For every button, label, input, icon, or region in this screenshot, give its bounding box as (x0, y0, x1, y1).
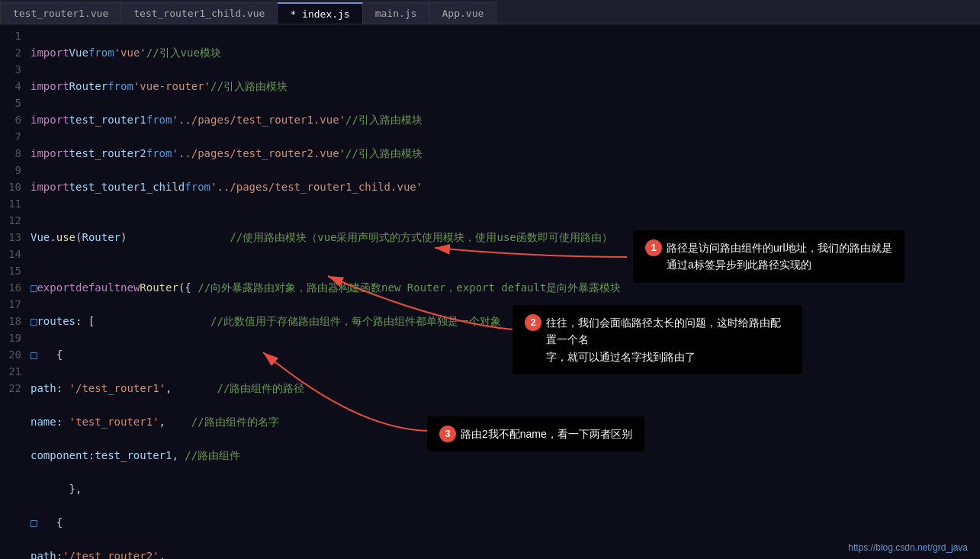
tab-test-router1-child[interactable]: test_router1_child.vue (121, 2, 278, 24)
code-area: 12345 678910 1112131415 1617181920 2122 … (0, 24, 980, 559)
bottom-url: https://blog.csdn.net/grd_java (848, 542, 968, 553)
tab-app-vue[interactable]: App.vue (430, 2, 497, 24)
editor: 12345 678910 1112131415 1617181920 2122 … (0, 24, 980, 559)
tab-bar: test_router1.vue test_router1_child.vue … (0, 0, 980, 24)
tab-test-router1[interactable]: test_router1.vue (0, 2, 121, 24)
code-content: import Vue from 'vue' //引入vue模块 import R… (31, 27, 980, 559)
tab-index-js[interactable]: * index.js (278, 2, 362, 24)
line-numbers: 12345 678910 1112131415 1617181920 2122 (0, 27, 31, 559)
tab-main-js[interactable]: main.js (363, 2, 430, 24)
